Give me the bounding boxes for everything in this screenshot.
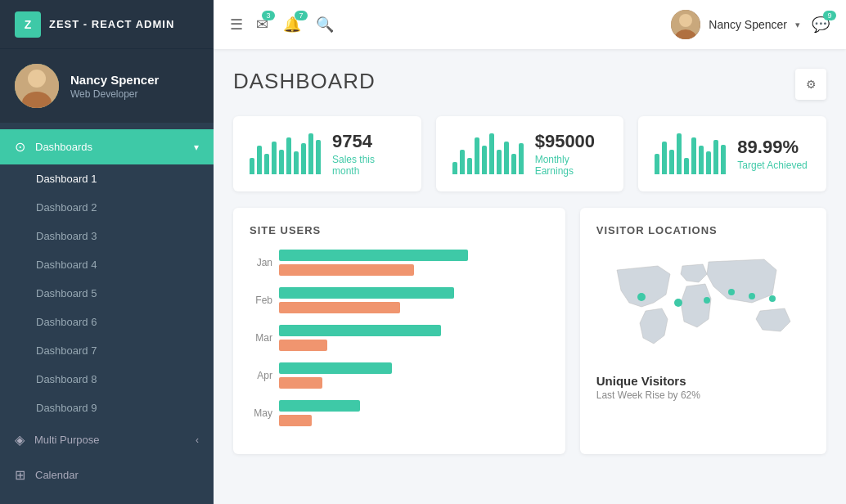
- bar-group: [279, 400, 549, 426]
- bar-orange: [279, 302, 400, 313]
- nav-sub-dashboard-2[interactable]: Dashboard 2: [0, 193, 214, 222]
- stat-card-target: 89.99% Target Achieved: [638, 116, 826, 191]
- nav-sub-dashboard-7[interactable]: Dashboard 7: [0, 336, 214, 365]
- dashboard-1-label: Dashboard 1: [36, 173, 97, 185]
- bar-month-label: May: [250, 407, 272, 419]
- topbar-avatar: [671, 10, 700, 39]
- topbar-avatar-svg: [671, 10, 700, 39]
- target-value: 89.99%: [737, 137, 807, 158]
- bar-teal: [279, 400, 360, 412]
- chat-button[interactable]: 💬 9: [812, 16, 830, 34]
- user-caret-icon: ▾: [795, 20, 800, 30]
- nav-sub-dashboard-5[interactable]: Dashboard 5: [0, 279, 214, 308]
- bar-row: Apr: [250, 362, 549, 389]
- profile-info: Nancy Spencer Web Developer: [70, 73, 159, 100]
- sales-value: 9754: [332, 131, 405, 152]
- visitor-title: VISITOR LOCATIONS: [596, 224, 810, 236]
- topbar-left: ☰: [230, 16, 243, 34]
- avatar: [15, 64, 59, 108]
- world-map-svg: [601, 250, 805, 364]
- topbar-icons: ✉ 3 🔔 7 🔍: [256, 16, 334, 34]
- chat-badge: 9: [823, 11, 836, 20]
- profile-name: Nancy Spencer: [70, 73, 159, 87]
- visitor-dot-6: [769, 295, 776, 302]
- app-title: ZEST - REACT ADMIN: [49, 18, 174, 30]
- bar-row: Feb: [250, 287, 549, 313]
- bar-group: [279, 250, 549, 276]
- bar-teal: [279, 362, 392, 374]
- nav-sub-dashboard-3[interactable]: Dashboard 3: [0, 222, 214, 250]
- stat-info-earnings: $95000 Monthly Earnings: [535, 131, 608, 177]
- earnings-label: Monthly Earnings: [535, 154, 608, 177]
- stat-info-target: 89.99% Target Achieved: [737, 137, 807, 171]
- unique-visitors-section: Unique Visitors Last Week Rise by 62%: [596, 374, 810, 401]
- bar-group: [279, 287, 549, 313]
- main-content: ☰ ✉ 3 🔔 7 🔍 Nancy: [214, 0, 846, 504]
- target-label: Target Achieved: [737, 160, 807, 171]
- bar-row: Mar: [250, 325, 549, 351]
- search-button[interactable]: 🔍: [316, 16, 334, 34]
- svg-point-1: [28, 70, 46, 88]
- nav-multipurpose-label: Multi Purpose: [34, 434, 196, 446]
- bar-row: May: [250, 400, 549, 426]
- nav-dashboards-label: Dashboards: [35, 141, 194, 153]
- dashboard-8-label: Dashboard 8: [36, 373, 97, 385]
- bell-badge: 7: [295, 11, 308, 20]
- visitor-dot-2: [674, 299, 682, 307]
- nav-sub-dashboard-6[interactable]: Dashboard 6: [0, 308, 214, 336]
- bar-month-label: Apr: [250, 370, 272, 381]
- bell-button[interactable]: 🔔 7: [283, 16, 301, 34]
- page-title: DASHBOARD: [233, 69, 376, 94]
- sidebar: Z ZEST - REACT ADMIN Nancy Spencer Web D…: [0, 0, 214, 504]
- dashboards-icon: ⊙: [15, 139, 25, 155]
- unique-visitors-sub: Last Week Rise by 62%: [596, 389, 810, 401]
- sales-chart: [250, 133, 321, 174]
- site-users-title: SITE USERS: [250, 224, 549, 236]
- dashboard-3-label: Dashboard 3: [36, 230, 97, 242]
- bar-group: [279, 325, 549, 351]
- mail-button[interactable]: ✉ 3: [256, 16, 268, 34]
- nav-sub-dashboard-8[interactable]: Dashboard 8: [0, 365, 214, 394]
- bottom-panels: SITE USERS JanFebMarAprMay VISITOR LOCAT…: [233, 208, 826, 454]
- site-users-chart: JanFebMarAprMay: [250, 250, 549, 426]
- chevron-left-icon: ‹: [196, 434, 199, 446]
- sidebar-profile: Nancy Spencer Web Developer: [0, 49, 214, 123]
- nav-item-dashboards[interactable]: ⊙ Dashboards ▾: [0, 129, 214, 164]
- logo-icon: Z: [15, 11, 41, 38]
- bar-teal: [279, 250, 468, 261]
- visitor-dot-4: [728, 289, 735, 295]
- sidebar-logo: Z ZEST - REACT ADMIN: [0, 0, 214, 49]
- nav-sub-dashboard-9[interactable]: Dashboard 9: [0, 394, 214, 422]
- nav-sub-dashboard-4[interactable]: Dashboard 4: [0, 250, 214, 279]
- bar-month-label: Mar: [250, 332, 272, 344]
- page-header: DASHBOARD ⚙: [233, 69, 826, 100]
- svg-point-4: [679, 14, 692, 27]
- nav-item-calendar[interactable]: ⊞ Calendar: [0, 457, 214, 493]
- bar-orange: [279, 377, 322, 389]
- topbar: ☰ ✉ 3 🔔 7 🔍 Nancy: [214, 0, 846, 49]
- menu-icon[interactable]: ☰: [230, 16, 243, 34]
- stat-card-sales: 9754 Sales this month: [233, 116, 421, 191]
- nav-item-multipurpose[interactable]: ◈ Multi Purpose ‹: [0, 422, 214, 457]
- topbar-right: Nancy Spencer ▾ 💬 9: [671, 10, 830, 39]
- user-menu-button[interactable]: Nancy Spencer ▾: [671, 10, 800, 39]
- site-users-panel: SITE USERS JanFebMarAprMay: [233, 208, 565, 454]
- dashboard-9-label: Dashboard 9: [36, 402, 97, 414]
- nav-sub-dashboard-1[interactable]: Dashboard 1: [0, 164, 214, 193]
- visitor-locations-panel: VISITOR LOCATIONS: [580, 208, 826, 454]
- stat-card-earnings: $95000 Monthly Earnings: [436, 116, 624, 191]
- settings-button[interactable]: ⚙: [795, 69, 826, 100]
- sales-label: Sales this month: [332, 154, 405, 177]
- dashboard-7-label: Dashboard 7: [36, 344, 97, 357]
- bar-orange: [279, 340, 327, 351]
- stat-info-sales: 9754 Sales this month: [332, 131, 405, 177]
- page-content: DASHBOARD ⚙ 9754 Sales this month $95000…: [214, 49, 846, 504]
- target-chart: [655, 133, 726, 174]
- bar-orange: [279, 415, 312, 426]
- profile-role: Web Developer: [70, 88, 159, 100]
- bar-teal: [279, 325, 441, 336]
- avatar-svg: [15, 64, 59, 108]
- unique-visitors-title: Unique Visitors: [596, 374, 810, 388]
- gear-icon: ⚙: [806, 78, 817, 91]
- stat-cards: 9754 Sales this month $95000 Monthly Ear…: [233, 116, 826, 191]
